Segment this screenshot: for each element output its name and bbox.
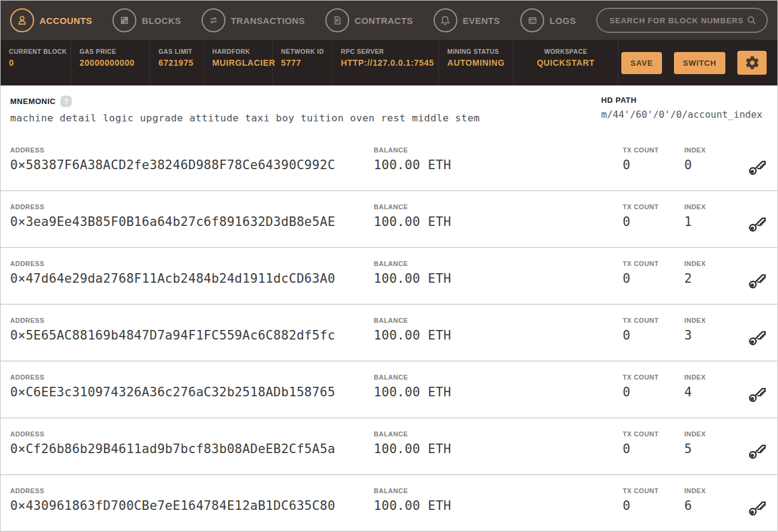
account-tx-count: 0: [623, 158, 684, 172]
key-icon: [746, 440, 768, 461]
tab-contracts[interactable]: CONTRACTS: [325, 8, 413, 32]
address-label: ADDRESS: [10, 203, 374, 210]
account-tx-count: 0: [623, 271, 684, 286]
tab-events-label: EVENTS: [463, 16, 500, 26]
settings-button[interactable]: [737, 51, 767, 75]
balance-label: BALANCE: [374, 374, 623, 381]
balance-label: BALANCE: [374, 430, 623, 438]
account-index: 1: [684, 215, 743, 229]
account-row: ADDRESS0×C6EE3c310974326A36c276aC32b2518…: [1, 362, 777, 418]
tab-transactions-label: TRANSACTIONS: [231, 16, 305, 26]
account-tx-count: 0: [623, 328, 684, 343]
status-workspace: WORKSPACE QUICKSTART: [514, 40, 618, 85]
status-value: MUIRGLACIER: [212, 58, 264, 68]
account-address: 0×430961863fD700CBe7eE164784E12aB1DC635C…: [10, 499, 374, 513]
account-row: ADDRESS0×5E65AC88169b4847D7a94F1FC559Ac6…: [1, 305, 777, 362]
account-row: ADDRESS0×Cf26b86b29B4611ad9b7bcf83b08ADe…: [1, 418, 777, 475]
mnemonic-section: MNEMONIC ? machine detail logic upgrade …: [1, 85, 777, 134]
account-balance: 100.00 ETH: [374, 158, 623, 172]
status-label: CURRENT BLOCK: [9, 48, 62, 55]
show-private-key-button[interactable]: [746, 156, 768, 179]
status-label: GAS PRICE: [80, 48, 141, 55]
transactions-swap-icon: [202, 8, 225, 32]
search-input[interactable]: [609, 16, 745, 25]
blocks-grid-icon: [112, 8, 136, 32]
status-gas-limit: GAS LIMIT 6721975: [150, 40, 204, 85]
show-private-key-button[interactable]: [746, 383, 768, 406]
address-label: ADDRESS: [10, 146, 374, 154]
show-private-key-button[interactable]: [746, 213, 768, 236]
account-tx-count: 0: [623, 499, 684, 513]
tx-count-label: TX COUNT: [623, 317, 684, 324]
index-label: INDEX: [684, 430, 743, 438]
status-bar: CURRENT BLOCK 0 GAS PRICE 20000000000 GA…: [1, 40, 777, 85]
index-label: INDEX: [684, 374, 743, 381]
status-mining-status: MINING STATUS AUTOMINING: [439, 40, 514, 85]
index-label: INDEX: [684, 203, 743, 210]
status-gas-price: GAS PRICE 20000000000: [71, 40, 150, 85]
show-private-key-button[interactable]: [746, 440, 768, 463]
mnemonic-phrase: machine detail logic upgrade attitude ta…: [10, 112, 480, 124]
tab-transactions[interactable]: TRANSACTIONS: [202, 8, 305, 32]
save-button[interactable]: SAVE: [621, 52, 662, 74]
address-label: ADDRESS: [10, 374, 374, 381]
contracts-document-icon: [325, 8, 349, 32]
balance-label: BALANCE: [374, 203, 623, 210]
account-row: ADDRESS0×47d64e29da2768F11Acb2484b24d191…: [1, 248, 777, 305]
account-balance: 100.00 ETH: [374, 328, 623, 343]
tab-logs-label: LOGS: [550, 16, 576, 26]
status-value: AUTOMINING: [447, 58, 505, 68]
index-label: INDEX: [684, 317, 743, 324]
tx-count-label: TX COUNT: [623, 146, 684, 154]
status-value: 20000000000: [80, 58, 141, 68]
status-label: HARDFORK: [212, 48, 264, 55]
account-index: 4: [684, 385, 743, 399]
status-network-id: NETWORK ID 5777: [273, 40, 332, 85]
status-label: GAS LIMIT: [158, 48, 195, 55]
mnemonic-help-icon[interactable]: ?: [60, 96, 72, 107]
tab-blocks-label: BLOCKS: [142, 16, 181, 26]
status-hardfork: HARDFORK MUIRGLACIER: [204, 40, 273, 85]
status-label: NETWORK ID: [281, 48, 324, 55]
account-address: 0×58387F6A38ACD2fe38246D988F78Ce64390C99…: [10, 158, 374, 172]
tx-count-label: TX COUNT: [623, 260, 684, 267]
tab-blocks[interactable]: BLOCKS: [112, 8, 181, 32]
tab-accounts[interactable]: ACCOUNTS: [10, 8, 92, 32]
tab-logs[interactable]: LOGS: [520, 8, 576, 32]
events-bell-icon: [434, 8, 457, 32]
status-value: 5777: [281, 58, 324, 68]
hd-path-block: HD PATH m/44'/60'/0'/0/account_index: [601, 96, 768, 124]
account-address: 0×5E65AC88169b4847D7a94F1FC559Ac6C882df5…: [10, 328, 374, 343]
account-row: ADDRESS0×3ea9Ee43B85F0B16a64b27c6f891632…: [1, 191, 777, 248]
address-label: ADDRESS: [10, 487, 374, 494]
status-value: 0: [9, 58, 62, 68]
account-index: 6: [684, 499, 743, 513]
balance-label: BALANCE: [374, 146, 623, 154]
show-private-key-button[interactable]: [746, 497, 768, 520]
account-index: 2: [684, 271, 743, 286]
account-balance: 100.00 ETH: [374, 385, 623, 399]
account-balance: 100.00 ETH: [374, 499, 623, 513]
workspace-actions: SAVE SWITCH: [621, 40, 777, 85]
hd-path-value: m/44'/60'/0'/0/account_index: [601, 109, 762, 120]
search-bar[interactable]: [596, 8, 768, 33]
show-private-key-button[interactable]: [746, 270, 768, 293]
address-label: ADDRESS: [10, 430, 374, 438]
account-index: 5: [684, 442, 743, 456]
index-label: INDEX: [684, 260, 743, 267]
accounts-list: ADDRESS0×58387F6A38ACD2fe38246D988F78Ce6…: [1, 134, 777, 531]
show-private-key-button[interactable]: [746, 326, 768, 350]
key-icon: [746, 497, 768, 518]
account-address: 0×3ea9Ee43B85F0B16a64b27c6f891632D3dB8e5…: [10, 215, 374, 229]
key-icon: [746, 326, 768, 348]
account-row: ADDRESS0×430961863fD700CBe7eE164784E12aB…: [1, 475, 777, 531]
tab-events[interactable]: EVENTS: [434, 8, 500, 32]
status-label: RPC SERVER: [341, 48, 430, 55]
switch-button[interactable]: SWITCH: [674, 52, 725, 74]
index-label: INDEX: [684, 146, 743, 154]
account-balance: 100.00 ETH: [374, 215, 623, 229]
tx-count-label: TX COUNT: [623, 430, 684, 438]
account-index: 0: [684, 158, 743, 172]
account-tx-count: 0: [623, 442, 684, 456]
gear-icon: [745, 55, 760, 71]
